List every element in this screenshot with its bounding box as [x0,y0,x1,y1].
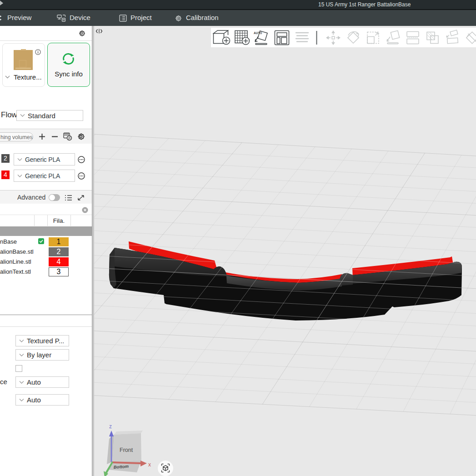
svg-text:Front: Front [120,447,133,453]
svg-text:x: x [148,461,151,468]
svg-text:Bottom: Bottom [113,464,129,470]
svg-text:AUTO: AUTO [254,31,262,35]
svg-text:z: z [109,423,112,430]
